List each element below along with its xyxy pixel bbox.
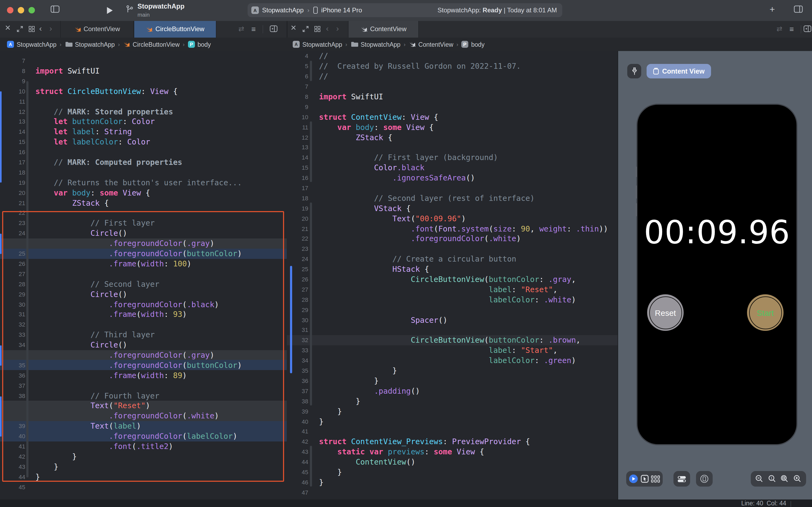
line-number[interactable]: 42 [0, 453, 25, 460]
split-editor-icon[interactable] [270, 25, 278, 32]
code-line-20[interactable]: 20 var body: some View { [0, 188, 287, 198]
line-number[interactable]: 24 [287, 256, 308, 262]
line-number[interactable]: 40 [0, 433, 25, 439]
line-number[interactable]: 45 [287, 469, 308, 475]
line-number[interactable]: 8 [287, 94, 308, 100]
code-line-36[interactable]: 36 } [287, 376, 618, 386]
code-line-44[interactable]: 44} [0, 471, 287, 482]
line-number[interactable]: 21 [0, 200, 25, 206]
line-number[interactable]: 16 [287, 175, 308, 181]
line-number[interactable]: 10 [0, 88, 25, 95]
code-line-35[interactable]: 35 } [287, 365, 618, 376]
code-line-31[interactable]: 31 [287, 325, 618, 335]
code-line-41[interactable]: 41 .font(.title2) [0, 441, 287, 451]
zoom-100-button[interactable]: 1 [768, 474, 776, 483]
line-number[interactable]: 8 [0, 68, 25, 74]
code-line-24[interactable]: 24 Circle() [0, 228, 287, 238]
code-line-13[interactable]: 13 [287, 142, 618, 153]
line-number[interactable]: 40 [287, 418, 308, 425]
tab-contentview[interactable]: ContentView [348, 21, 419, 38]
line-number[interactable]: 15 [0, 139, 25, 145]
line-number[interactable]: 20 [0, 189, 25, 196]
code-line-29[interactable]: 29 [287, 305, 618, 315]
expand-editor-icon[interactable] [17, 25, 23, 32]
sidebar-right-toggle-icon[interactable] [794, 5, 803, 13]
line-number[interactable]: 37 [0, 382, 25, 389]
code-line-6[interactable]: 6// [287, 71, 618, 81]
code-line-25[interactable]: 25 HStack { [287, 264, 618, 274]
code-line-40[interactable]: 40} [287, 416, 618, 427]
code-line-16[interactable]: 16 .ignoresSafeArea() [287, 173, 618, 183]
code-line-10[interactable]: 10struct ContentView: View { [287, 112, 618, 122]
code-review-icon[interactable]: ⇄ [238, 24, 244, 33]
selectable-mode-button[interactable] [640, 475, 648, 483]
code-line-15[interactable]: 15 Color.black [287, 163, 618, 173]
line-number[interactable]: 39 [0, 423, 25, 429]
code-lines[interactable]: 78import SwiftUI910struct CircleButtonVi… [0, 56, 287, 492]
code-review-icon[interactable]: ⇄ [776, 24, 782, 33]
line-number[interactable]: 12 [287, 134, 308, 140]
line-number[interactable]: 11 [0, 98, 25, 105]
code-line-19[interactable]: 19 VStack { [287, 203, 618, 214]
line-number[interactable]: 38 [287, 398, 308, 404]
code-line-33[interactable]: 33 label: "Start", [287, 345, 618, 355]
code-line-34[interactable]: 34 labelColor: .green) [287, 355, 618, 365]
code-line-39[interactable]: 39 } [287, 406, 618, 416]
line-number[interactable]: 13 [287, 144, 308, 151]
live-preview-button[interactable] [629, 474, 638, 484]
code-line-19[interactable]: 19 // Returns the button's user interfac… [0, 177, 287, 188]
code-line-15[interactable]: 15 let labelColor: Color [0, 137, 287, 147]
start-button[interactable]: Start [747, 294, 784, 331]
line-number[interactable]: 41 [287, 428, 308, 435]
traffic-light-minimize[interactable] [18, 7, 24, 13]
code-line-42[interactable]: 42struct ContentView_Previews: PreviewPr… [287, 437, 618, 447]
code-line-44[interactable]: 44 ContentView() [287, 457, 618, 467]
zoom-in-button[interactable] [793, 474, 802, 483]
line-number[interactable]: 9 [0, 78, 25, 84]
code-line-40[interactable]: 40 .foregroundColor(labelColor) [0, 431, 287, 441]
line-number[interactable]: 47 [287, 489, 308, 496]
code-line-21[interactable]: 21 .font(Font.system(size: 90, weight: .… [287, 223, 618, 234]
code-line-45[interactable]: 45 [0, 482, 287, 492]
line-number[interactable]: 36 [287, 378, 308, 384]
code-line-20[interactable]: 20 Text("00:09.96") [287, 214, 618, 224]
code-line-43[interactable]: 43 } [0, 462, 287, 472]
editor-grid-icon[interactable] [314, 25, 321, 32]
code-line-11[interactable]: 11 [0, 97, 287, 107]
code-line-23[interactable]: 23 [287, 244, 618, 254]
code-line-diff[interactable]: Text("Reset") [0, 401, 287, 411]
line-number[interactable]: 10 [287, 114, 308, 120]
code-line-4[interactable]: 4// [287, 51, 618, 61]
code-line-42[interactable]: 42 } [0, 451, 287, 462]
line-number[interactable]: 20 [287, 215, 308, 222]
code-line-29[interactable]: 29 Circle() [0, 289, 287, 299]
line-number[interactable]: 7 [287, 83, 308, 90]
line-number[interactable]: 14 [287, 154, 308, 161]
preview-on-device-button[interactable] [696, 471, 713, 487]
code-line-13[interactable]: 13 let buttonColor: Color [0, 117, 287, 127]
right-breadcrumb[interactable]: AStopwatchApp›StopwatchApp›ContentView›P… [293, 38, 485, 51]
breadcrumb-item[interactable]: CircleButtonView [123, 41, 180, 48]
line-number[interactable]: 36 [0, 372, 25, 378]
code-line-28[interactable]: 28 labelColor: .white) [287, 295, 618, 305]
tab-contentview[interactable]: ContentView [60, 21, 134, 38]
back-button[interactable]: ‹ [326, 23, 329, 33]
code-line-12[interactable]: 12 // MARK: Stored properties [0, 106, 287, 117]
code-line-32[interactable]: 32 CircleButtonView(buttonColor: .brown, [287, 335, 618, 345]
line-number[interactable]: 13 [0, 118, 25, 125]
line-number[interactable]: 22 [0, 210, 25, 216]
line-number[interactable]: 37 [287, 388, 308, 394]
traffic-light-close[interactable] [7, 7, 13, 13]
code-line-36[interactable]: 36 .frame(width: 89) [0, 370, 287, 381]
pin-preview-button[interactable] [627, 64, 641, 78]
line-number[interactable]: 44 [287, 459, 308, 465]
line-number[interactable]: 45 [0, 484, 25, 490]
code-line-45[interactable]: 45 } [287, 467, 618, 477]
back-button[interactable]: ‹ [39, 23, 42, 33]
line-number[interactable]: 12 [0, 108, 25, 115]
code-line-38[interactable]: 38 // Fourth layer [0, 390, 287, 401]
code-line-11[interactable]: 11 var body: some View { [287, 122, 618, 132]
breadcrumb-item[interactable]: StopwatchApp [350, 41, 400, 48]
line-number[interactable]: 16 [0, 149, 25, 155]
code-line-18[interactable]: 18 // Second layer (rest of interface) [287, 193, 618, 203]
